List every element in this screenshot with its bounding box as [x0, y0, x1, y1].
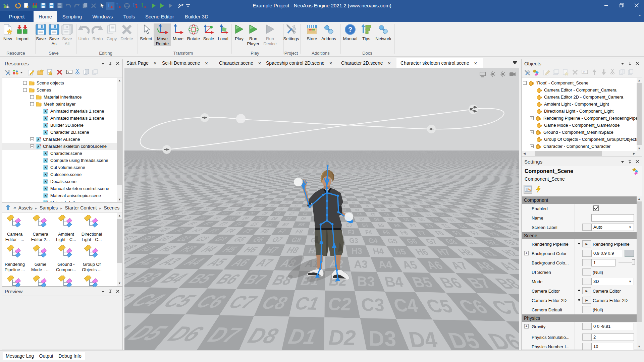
- svg-text:x: x: [67, 71, 69, 74]
- svg-text:x: x: [583, 71, 585, 74]
- svg-text:?: ?: [348, 26, 352, 33]
